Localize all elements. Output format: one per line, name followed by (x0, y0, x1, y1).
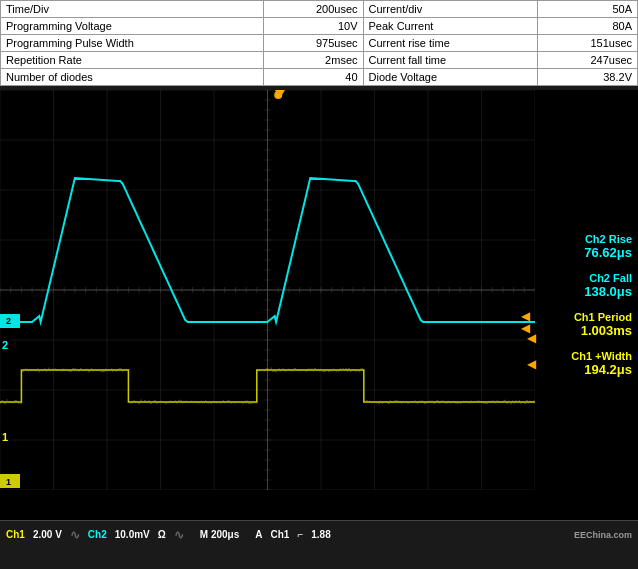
table-cell: 200usec (263, 1, 363, 18)
watermark: EEChina.com (574, 530, 632, 540)
table-cell: Peak Current (363, 18, 538, 35)
table-cell: Current rise time (363, 35, 538, 52)
trigger-edge-icon: ⌐ (297, 529, 303, 540)
timebase: M 200μs (200, 529, 239, 540)
trigger-ch: Ch1 (271, 529, 290, 540)
table-cell: 2msec (263, 52, 363, 69)
table-cell: Programming Pulse Width (1, 35, 264, 52)
ch2-scale: 10.0mV (115, 529, 150, 540)
params-section: Time/Div200usecCurrent/div50AProgramming… (0, 0, 638, 86)
scope-canvas (0, 90, 535, 490)
ch1-period-measurement: Ch1 Period 1.003ms (544, 311, 632, 338)
table-cell: Programming Voltage (1, 18, 264, 35)
table-cell: 10V (263, 18, 363, 35)
ch2-fall-measurement: Ch2 Fall 138.0μs (544, 272, 632, 299)
trigger-mode: A (255, 529, 262, 540)
trigger-value: 1.88 (311, 529, 330, 540)
ch1-period-value: 1.003ms (544, 323, 632, 338)
ch1-period-label: Ch1 Period (544, 311, 632, 323)
arrow-marker-2: ◀ (527, 357, 536, 371)
table-cell: Time/Div (1, 1, 264, 18)
ch1-scale: 2.00 V (33, 529, 62, 540)
ch1-width-measurement: Ch1 +Width 194.2μs (544, 350, 632, 377)
ch1-indicator: Ch1 (6, 529, 25, 540)
table-cell: 151usec (538, 35, 638, 52)
measurements-panel: Ch2 Rise 76.62μs Ch2 Fall 138.0μs Ch1 Pe… (538, 90, 638, 520)
table-cell: Number of diodes (1, 69, 264, 86)
ch2-level-marker: 2 (0, 339, 10, 351)
table-cell: 247usec (538, 52, 638, 69)
trigger-marker (275, 90, 285, 98)
oscilloscope-display: 2 1 ◀ ◀ Ch2 Rise 76.62μs Ch2 Fall 138.0μ… (0, 90, 638, 520)
wave-icon-1: ∿ (70, 528, 80, 542)
parameters-table: Time/Div200usecCurrent/div50AProgramming… (0, 0, 638, 86)
table-cell: Diode Voltage (363, 69, 538, 86)
table-cell: 40 (263, 69, 363, 86)
table-cell: Current fall time (363, 52, 538, 69)
ch2-fall-label: Ch2 Fall (544, 272, 632, 284)
table-cell: Current/div (363, 1, 538, 18)
table-cell: 975usec (263, 35, 363, 52)
ch2-rise-value: 76.62μs (544, 245, 632, 260)
arrow-marker-1: ◀ (527, 331, 536, 345)
table-cell: 80A (538, 18, 638, 35)
wave-icon-2: ∿ (174, 528, 184, 542)
ch1-width-value: 194.2μs (544, 362, 632, 377)
ch1-level-marker: 1 (0, 431, 10, 443)
ch2-rise-label: Ch2 Rise (544, 233, 632, 245)
ch2-indicator: Ch2 (88, 529, 107, 540)
ch2-fall-value: 138.0μs (544, 284, 632, 299)
status-bar: Ch1 2.00 V ∿ Ch2 10.0mV Ω ∿ M 200μs A Ch… (0, 520, 638, 548)
table-cell: 38.2V (538, 69, 638, 86)
table-cell: Repetition Rate (1, 52, 264, 69)
table-cell: 50A (538, 1, 638, 18)
ch1-width-label: Ch1 +Width (544, 350, 632, 362)
ch2-rise-measurement: Ch2 Rise 76.62μs (544, 233, 632, 260)
ch2-omega: Ω (158, 529, 166, 540)
